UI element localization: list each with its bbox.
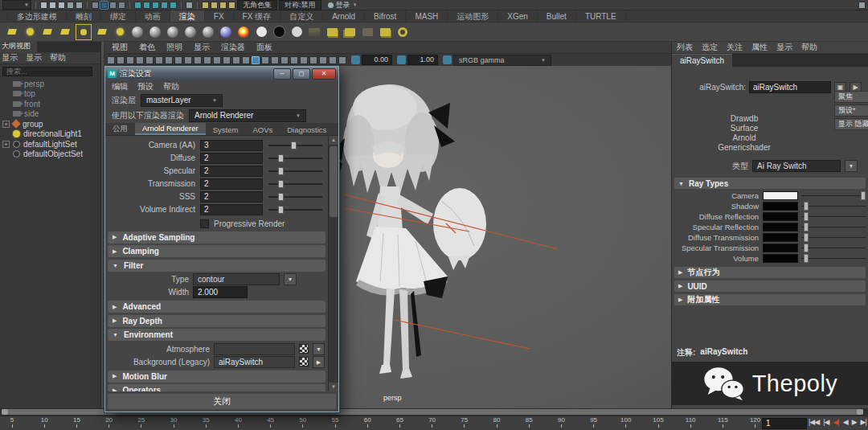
time-tick[interactable]: 50 bbox=[291, 416, 315, 428]
slider-handle[interactable] bbox=[804, 244, 809, 252]
ray-type-slider[interactable] bbox=[801, 212, 866, 221]
atmosphere-field[interactable] bbox=[214, 343, 295, 355]
slider-handle[interactable] bbox=[861, 191, 866, 200]
redo-icon[interactable] bbox=[76, 2, 83, 9]
go-to-start-button[interactable]: |◀◀ bbox=[809, 418, 819, 426]
slider-handle[interactable] bbox=[804, 233, 809, 242]
shelf-tab-雕刻[interactable]: 雕刻 bbox=[67, 10, 101, 23]
time-tick[interactable]: 70 bbox=[420, 416, 444, 428]
time-tick[interactable]: 90 bbox=[549, 416, 573, 428]
chevron-down-icon[interactable]: ▼ bbox=[313, 343, 325, 355]
render-settings-tab-system[interactable]: System bbox=[206, 125, 246, 135]
scroll-up-icon[interactable]: ▲ bbox=[329, 136, 338, 145]
ray-type-slider[interactable] bbox=[801, 223, 866, 231]
render-layer-dropdown[interactable]: masterLayer▼ bbox=[141, 94, 223, 107]
show-hide-ui-icon[interactable] bbox=[858, 2, 866, 9]
character-set-field[interactable]: 无角色集 bbox=[237, 0, 277, 10]
type-dropdown[interactable]: Ai Ray Switch bbox=[752, 160, 841, 172]
menuset-dropdown[interactable]: ▼ bbox=[2, 0, 31, 10]
outliner-item-side[interactable]: side bbox=[0, 109, 100, 120]
smooth-shade-all-icon[interactable] bbox=[252, 56, 260, 64]
attribute-editor-menu-4[interactable]: 显示 bbox=[776, 42, 792, 53]
expand-icon[interactable]: + bbox=[2, 121, 10, 128]
time-tick[interactable]: 105 bbox=[646, 416, 670, 428]
close-dialog-button[interactable]: 关闭 bbox=[108, 394, 336, 409]
background-legacy-field[interactable]: aiRaySwitch bbox=[214, 356, 295, 368]
shadows-icon[interactable] bbox=[280, 56, 289, 64]
save-scene-icon[interactable] bbox=[58, 2, 65, 9]
sample-slider[interactable] bbox=[268, 179, 322, 189]
depth-of-field-icon[interactable] bbox=[319, 56, 327, 64]
directional-light-icon[interactable] bbox=[58, 25, 72, 39]
time-tick[interactable]: 30 bbox=[162, 416, 186, 428]
render-view-icon[interactable] bbox=[202, 2, 209, 9]
shelf-tab-bifrost[interactable]: Bifrost bbox=[365, 10, 406, 23]
hypershade-icon[interactable] bbox=[228, 2, 235, 9]
volume-light-icon[interactable] bbox=[95, 25, 109, 39]
section-header[interactable]: ▶Advanced bbox=[108, 301, 326, 313]
slider-handle[interactable] bbox=[804, 212, 809, 221]
multisample-aa-icon[interactable] bbox=[309, 56, 317, 64]
shelf-tab-xgen[interactable]: XGen bbox=[498, 10, 538, 23]
sample-slider[interactable] bbox=[268, 141, 322, 150]
render-settings-tab-aovs[interactable]: AOVs bbox=[245, 125, 280, 135]
chevron-down-icon[interactable]: ▼ bbox=[845, 160, 858, 172]
viewport-menu-4[interactable]: 渲染器 bbox=[221, 42, 245, 53]
time-tick[interactable]: 35 bbox=[194, 416, 218, 428]
shelf-tab-曲线-曲面[interactable]: 曲线/曲面 bbox=[0, 10, 8, 23]
attribute-editor-menu-5[interactable]: 帮助 bbox=[801, 42, 817, 53]
ray-type-slider[interactable] bbox=[801, 233, 866, 242]
scrollbar-thumb[interactable] bbox=[330, 146, 338, 217]
2d-pan-zoom-icon[interactable] bbox=[155, 56, 163, 64]
shelf-tab-渲染[interactable]: 渲染 bbox=[170, 10, 205, 23]
shelf-tab-bullet[interactable]: Bullet bbox=[538, 10, 576, 23]
viewport-menu-0[interactable]: 视图 bbox=[112, 42, 128, 53]
slider-handle[interactable] bbox=[278, 154, 284, 162]
sample-value-field[interactable]: 2 bbox=[200, 191, 263, 203]
shelf-tab-fx[interactable]: FX bbox=[205, 10, 234, 23]
safe-title-icon[interactable] bbox=[232, 56, 240, 64]
sample-value-field[interactable]: 3 bbox=[200, 140, 263, 151]
highlight-selection-icon[interactable] bbox=[118, 2, 125, 9]
outliner-item-top[interactable]: top bbox=[0, 89, 100, 100]
color-swatch[interactable] bbox=[763, 191, 798, 200]
snap-to-curve-icon[interactable] bbox=[143, 2, 150, 9]
outliner-item-front[interactable]: front bbox=[0, 99, 100, 109]
use-all-lights-icon[interactable] bbox=[271, 56, 279, 64]
exposure-icon[interactable] bbox=[351, 55, 360, 64]
step-forward-frame-button[interactable]: ▶| bbox=[861, 418, 866, 426]
isolate-select-icon[interactable] bbox=[329, 56, 337, 64]
color-swatch[interactable] bbox=[763, 244, 798, 252]
shelf-tab-运动图形[interactable]: 运动图形 bbox=[448, 10, 498, 23]
time-tick[interactable]: 45 bbox=[259, 416, 283, 428]
time-slider[interactable]: 5101520253035404550556065707580859095100… bbox=[0, 416, 868, 430]
viewport-menu-3[interactable]: 显示 bbox=[194, 42, 210, 53]
map-button-icon[interactable]: ▶ bbox=[313, 356, 325, 368]
time-tick[interactable]: 110 bbox=[678, 416, 702, 428]
range-end-handle[interactable] bbox=[857, 409, 863, 415]
batch-render-icon[interactable] bbox=[378, 25, 392, 39]
snap-to-grid-icon[interactable] bbox=[134, 2, 141, 9]
slider-handle[interactable] bbox=[278, 180, 284, 188]
image-plane-icon[interactable] bbox=[145, 56, 154, 64]
select-by-hierarchy-icon[interactable] bbox=[92, 2, 99, 9]
section-header[interactable]: ▼Filter bbox=[108, 260, 326, 272]
close-button[interactable]: ✕ bbox=[312, 68, 336, 80]
slider-handle[interactable] bbox=[291, 141, 297, 149]
outliner-item-directionallight1[interactable]: directionalLight1 bbox=[0, 129, 100, 140]
color-swatch[interactable] bbox=[763, 223, 798, 231]
gamma-field[interactable]: 1.00 bbox=[407, 55, 438, 65]
attribute-editor-menu-1[interactable]: 选定 bbox=[702, 42, 718, 53]
ray-type-slider[interactable] bbox=[801, 191, 866, 200]
scroll-down-icon[interactable]: ▼ bbox=[329, 383, 338, 391]
motion-blur-icon[interactable] bbox=[300, 56, 308, 64]
sample-slider[interactable] bbox=[268, 166, 322, 176]
lock-camera-icon[interactable] bbox=[117, 56, 125, 64]
slider-handle[interactable] bbox=[804, 254, 809, 263]
filter-width-field[interactable]: 2.000 bbox=[193, 286, 248, 298]
section-header[interactable]: ▶Ray Depth bbox=[108, 315, 326, 327]
viewport-menu-5[interactable]: 面板 bbox=[256, 42, 272, 53]
color-swatch[interactable] bbox=[763, 212, 798, 221]
blinn-icon[interactable] bbox=[148, 25, 162, 39]
slider-handle[interactable] bbox=[804, 223, 809, 231]
